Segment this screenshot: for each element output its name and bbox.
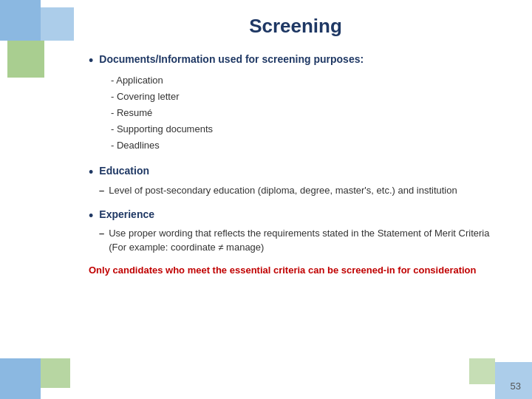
documents-heading: Documents/Information used for screening… — [99, 52, 364, 66]
documents-list: - Application - Covering letter - Resumé… — [111, 72, 502, 154]
section-experience: • Experience – Use proper wording that r… — [89, 208, 502, 254]
experience-subbullet: – Use proper wording that reflects the r… — [99, 227, 502, 253]
deco-bottom-left — [0, 325, 81, 399]
bullet-dot-1: • — [89, 53, 93, 69]
education-heading: Education — [99, 164, 149, 177]
dash-item-covering: - Covering letter — [111, 89, 502, 105]
education-detail: Level of post-secondary education (diplo… — [109, 184, 457, 197]
section-education: • Education – Level of post-secondary ed… — [89, 164, 502, 197]
dash-item-deadlines: - Deadlines — [111, 137, 502, 154]
page-number: 53 — [511, 381, 521, 392]
section-documents: • Documents/Information used for screeni… — [89, 52, 502, 154]
slide-content: Screening • Documents/Information used f… — [81, 0, 517, 399]
bullet-dot-3: • — [89, 208, 93, 225]
education-subbullet: – Level of post-secondary education (dip… — [99, 184, 502, 197]
dash-item-supporting: - Supporting documents — [111, 121, 502, 137]
dash-item-resume: - Resumé — [111, 105, 502, 121]
experience-heading: Experience — [99, 208, 154, 221]
slide-title: Screening — [89, 15, 502, 38]
experience-detail: Use proper wording that reflects the req… — [109, 227, 502, 253]
footer-highlight: Only candidates who meet the essential c… — [89, 265, 502, 276]
dash-item-application: - Application — [111, 72, 502, 89]
bullet-dot-2: • — [89, 165, 93, 181]
deco-top-left — [0, 0, 81, 81]
